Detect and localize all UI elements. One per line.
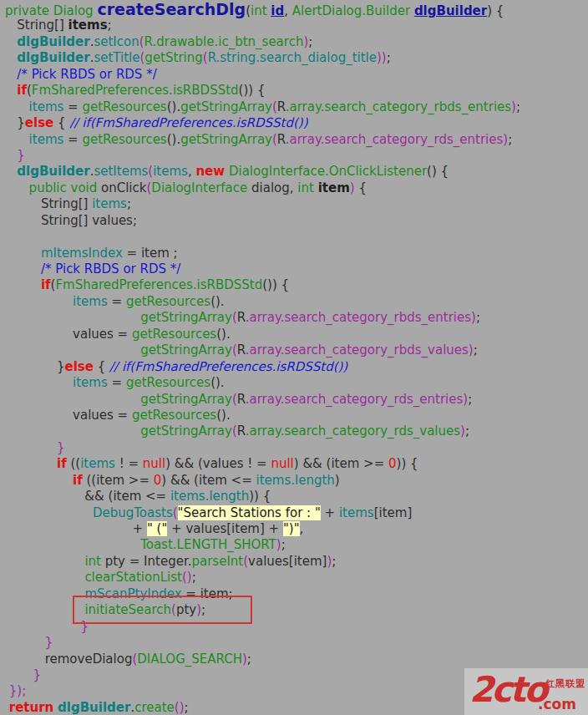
code-line: items = getResources().getStringArray(R.… bbox=[5, 99, 588, 115]
code-line: if(FmSharedPreferences.isRBDSStd()) { bbox=[5, 83, 588, 99]
code-line: clearStationList(); bbox=[5, 570, 588, 586]
code-token: return bbox=[9, 700, 54, 715]
code-token: ; bbox=[387, 50, 391, 65]
code-line: + " (" + values[item] + ")", bbox=[5, 521, 588, 537]
code-token: items bbox=[92, 196, 127, 211]
code-line: DebugToasts("Search Stations for : " + i… bbox=[5, 505, 588, 521]
code-token: ; bbox=[281, 537, 286, 552]
code-line: dlgBuilder.setIcon(R.drawable.ic_btn_sea… bbox=[5, 34, 588, 50]
code-line: items = getResources(). bbox=[5, 294, 588, 310]
code-token: setTitle bbox=[94, 50, 139, 65]
code-line: values = getResources(). bbox=[5, 408, 588, 423]
code-token bbox=[5, 180, 29, 195]
code-token: [item] bbox=[374, 505, 413, 520]
code-token: = bbox=[108, 294, 126, 309]
code-line: } bbox=[5, 148, 588, 164]
code-token: int bbox=[297, 180, 314, 195]
code-token: dlgBuilder bbox=[17, 164, 89, 179]
code-token: dlgBuilder bbox=[414, 3, 487, 18]
code-token: .array.search_category_rds_entries bbox=[286, 132, 504, 147]
code-token: if bbox=[73, 473, 83, 488]
code-token: (). bbox=[167, 132, 180, 147]
code-token bbox=[5, 310, 140, 325]
code-token: && (item <= bbox=[5, 489, 170, 504]
code-token: void bbox=[71, 180, 98, 195]
code-line: } bbox=[5, 619, 588, 635]
code-token: dlgBuilder bbox=[17, 34, 89, 49]
code-line: dlgBuilder.setItems(items, new DialogInt… bbox=[5, 164, 588, 180]
code-token: ; bbox=[468, 392, 472, 407]
code-token: public bbox=[29, 180, 67, 195]
code-token: FmSharedPreferences.isRBDSStd bbox=[55, 277, 262, 292]
code-token: values = bbox=[5, 408, 132, 423]
code-token: ) && (item <= bbox=[161, 473, 256, 488]
code-token: ) && (item >= bbox=[294, 456, 388, 471]
code-token: null bbox=[143, 456, 165, 471]
code-token: R bbox=[277, 99, 286, 114]
code-line: Toast.LENGTH_SHORT); bbox=[5, 537, 588, 553]
code-token: getResources bbox=[82, 99, 166, 114]
code-token: "Search Stations for : " bbox=[178, 505, 321, 520]
code-line: && (item <= items.length)) { bbox=[5, 489, 588, 505]
code-token: item bbox=[318, 180, 350, 195]
code-line bbox=[5, 229, 588, 245]
code-token: mItemsIndex bbox=[41, 246, 123, 261]
code-token: = bbox=[108, 375, 126, 390]
code-line: mItemsIndex = item ; bbox=[5, 246, 588, 261]
code-token bbox=[5, 277, 41, 292]
code-token: (( bbox=[67, 456, 80, 471]
code-token: dlgBuilder bbox=[58, 700, 130, 715]
code-token: DebugToasts bbox=[93, 505, 173, 520]
code-token: } bbox=[5, 667, 41, 682]
code-token bbox=[5, 473, 73, 488]
code-token: )) { bbox=[397, 456, 418, 471]
code-token: values = bbox=[5, 327, 132, 342]
code-token: (). bbox=[216, 408, 230, 423]
code-token: ; bbox=[508, 132, 512, 147]
code-token: .array.search_category_rds_entries bbox=[246, 392, 464, 407]
code-line: } bbox=[5, 635, 588, 651]
code-token: ; bbox=[192, 570, 196, 585]
code-token: if bbox=[17, 83, 27, 98]
code-screenshot: { "page": { "background": "#a8a8a8" }, "… bbox=[0, 0, 588, 715]
code-line: items = getResources().getStringArray(R.… bbox=[5, 132, 588, 148]
code-token: R bbox=[237, 392, 246, 407]
code-token: getStringArray bbox=[140, 310, 232, 325]
code-token: new bbox=[195, 164, 225, 179]
code-token: }); bbox=[5, 683, 26, 698]
code-token: values[item] bbox=[248, 554, 327, 569]
code-line: if ((item >= 0) && (item <= items.length… bbox=[5, 473, 588, 489]
code-token bbox=[5, 99, 29, 114]
code-token: else bbox=[65, 359, 94, 374]
code-token: (). bbox=[210, 375, 224, 390]
code-line: private Dialog createSearchDlg(int id, A… bbox=[5, 2, 588, 18]
code-token: items bbox=[73, 375, 108, 390]
code-line: String[] items; bbox=[5, 18, 588, 33]
code-token: + bbox=[321, 505, 339, 520]
code-line: }else { // if(FmSharedPreferences.isRDSS… bbox=[5, 359, 588, 375]
code-token: .array.search_category_rbds_entries bbox=[246, 310, 471, 325]
code-token: int bbox=[84, 554, 101, 569]
code-token bbox=[5, 294, 73, 309]
code-token: ")" bbox=[283, 521, 300, 536]
code-token: dialog, bbox=[247, 180, 297, 195]
code-token: .array.search_category_rbds_entries bbox=[286, 99, 511, 114]
code-block: private Dialog createSearchDlg(int id, A… bbox=[5, 2, 588, 715]
code-token: } bbox=[5, 440, 65, 455]
code-token: , bbox=[188, 164, 196, 179]
code-token: , bbox=[300, 521, 304, 536]
code-token: )) { bbox=[249, 489, 271, 504]
code-token: createSearchDlg bbox=[97, 0, 246, 18]
code-token: ; bbox=[476, 310, 480, 325]
code-line: getStringArray(R.array.search_category_r… bbox=[5, 423, 588, 439]
code-token: { bbox=[355, 180, 367, 195]
code-token: initiateSearch bbox=[84, 602, 171, 617]
code-token: ; bbox=[185, 700, 189, 715]
code-token: items.length bbox=[170, 489, 249, 504]
code-token: // if(FmSharedPreferences.isRDSStd()) bbox=[109, 359, 347, 374]
code-token: items bbox=[73, 294, 108, 309]
code-token: DialogInterface.OnClickListener bbox=[229, 164, 427, 179]
code-token: .array.search_category_rds_values bbox=[246, 423, 460, 439]
code-token: parseInt bbox=[191, 554, 243, 569]
code-line: /* Pick RBDS or RDS */ bbox=[5, 67, 588, 83]
